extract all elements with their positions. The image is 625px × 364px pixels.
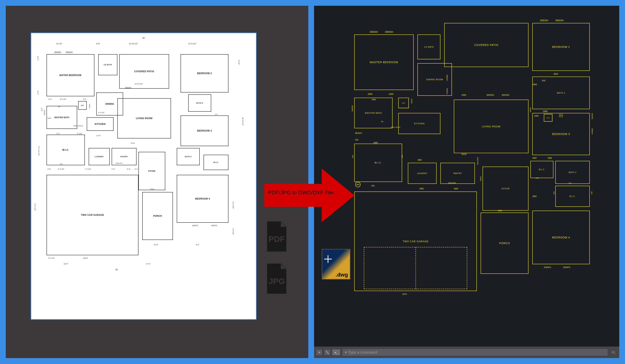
model-tab-indicator: M( [609,350,617,354]
room-bath3: BATH 3 [177,148,200,165]
dim: 6'-0 1/2" [232,228,234,235]
source-panel: 50' 13'-10" 8'-8" 13'-10 1/2" 12'-9 1/2"… [6,6,308,358]
dim: 27'-4" [146,263,151,265]
dim: 3050SH [385,31,393,33]
dim: 13'-10" [56,43,62,45]
jpg-file-icon: JPG [262,262,291,295]
room-bedroom2: BEDROOM 2 [532,23,590,71]
room-kitchen: KITCHEN [398,113,440,134]
dim: 2060FX [211,225,217,227]
room-laundry: LAUNDRY [89,148,110,165]
dim: 2068 [548,157,552,159]
dim: 2060FX [192,225,198,227]
dim: 3050SH [502,94,509,96]
label-open: OPEN [89,104,90,108]
room-porch: PORCH [142,192,173,240]
dim: 3050SH [555,19,563,22]
dim: 5'-8" [41,108,43,111]
dim: 2868 [419,188,424,190]
dim: 2868 [532,195,536,197]
dim: 3050SH [370,31,378,33]
label-seat: SEAT [47,117,51,119]
cad-viewport[interactable]: 3050SH 3050SH 3050SH 3050SH MASTER BEDRO… [314,6,619,343]
dim: 3'-8" [47,168,51,170]
room-wic2: W.I.C. [531,161,553,178]
room-bath2: BATH 2 [188,94,211,112]
dim: 3050SH [446,88,448,94]
label-rs-b: R/S [372,185,375,187]
dim: 50' [116,269,118,271]
label-rs4: R/S [401,155,403,158]
room-bedroom4: BEDROOM 4 [532,211,590,264]
room-bedroom3: BEDROOM 3 [532,113,590,155]
label-rs6: R/S [569,182,572,184]
dim: 5'-4 1/2" [48,257,55,259]
label-open: OPEN [411,99,413,104]
settings-wrench-icon[interactable]: 🔧 [324,349,331,356]
command-bar: ✕ 🔧 ▸_ ▾ Type a command M( [314,347,619,358]
dim: 2'-1" [135,168,138,170]
dwg-label: .dwg [334,271,350,279]
room-living: LIVING ROOM [454,100,529,153]
room-ac: A/C [78,101,87,110]
room-garage: TWO CAR GARAGE [47,175,138,255]
dim: 5468 [462,94,466,96]
label-rs2: R/S [355,139,358,141]
dim: 2'-3" [127,168,130,170]
dim: 8'-2" [196,244,199,246]
dim: 2868 [368,93,372,95]
dim: 8'-8" [96,43,100,45]
dim: 3050SH [540,19,548,22]
room-half-bath: 1/2 BATH [98,54,117,75]
close-command-icon[interactable]: ✕ [316,349,322,356]
room-bath2: BATH 2 [532,77,590,109]
dim: 3050SH [66,51,73,53]
command-prompt-icon[interactable]: ▸_ [332,349,341,356]
room-bedroom4: BEDROOM 4 [177,175,228,223]
bench: BENCH [355,132,362,134]
label-open2: OPEN [530,107,531,112]
room-master-bedroom: MASTER BEDROOM [354,34,414,90]
room-bedroom2: BEDROOM 2 [181,54,228,92]
dim: 4'-3 1/2" [98,112,105,114]
room-bedroom3: BEDROOM 3 [181,116,228,146]
label-shelves: SHELVES [116,162,122,164]
dim: 3050SH [446,75,448,81]
target-panel: 3050SH 3050SH 3050SH 3050SH MASTER BEDRO… [314,6,619,358]
dim: 2060FX [563,266,570,269]
room-kitchen: KITCHEN [87,117,114,131]
label-rs8: R/S [591,191,593,194]
label-knee: KNEE SPACE [391,126,400,128]
dim: 2068 [389,93,393,95]
label-rs: R/S [60,163,62,165]
label-shelves2: SHELVES [477,157,479,165]
room-laundry: LAUNDRY [408,163,437,184]
dim: 55190 [150,188,154,190]
dim: 16870 [83,257,88,259]
dim: 7'-2" [56,133,60,135]
dim: 12'-1 14 1/2" [38,146,40,156]
label-rs3: R/S [352,155,354,158]
dim: 2868 [417,159,422,161]
room-wic2: W.I.C. [204,155,228,170]
dim: 12'-4 1/2" [232,202,234,209]
dim: 5'-0" [112,168,115,170]
label-desk: DESK [131,142,135,144]
dim: 2010RS [591,113,593,119]
dim: 3068 [454,188,458,190]
dim: 13'-10 1/2" [135,83,143,85]
command-input[interactable]: ▾ Type a command [342,348,608,356]
label-rs5: R/S [536,177,539,179]
dim: 7'-4 1/2" [85,168,91,170]
label-sd: SD [381,121,383,122]
dim: 27'-3 1/2" [34,204,36,211]
dim: 8'-3 1/2" [58,168,64,170]
dim: 3010RS [351,105,353,112]
room-covered-patio: COVERED PATIO [444,23,529,67]
room-master-bath: MASTER BATH [354,98,393,128]
dim: 10'-8" [154,244,158,246]
dim: 2868 [543,110,547,112]
dim: 50' [142,37,145,39]
label-knee: KNEE SPACE [73,125,83,127]
label-rs7: R/S [553,191,555,194]
